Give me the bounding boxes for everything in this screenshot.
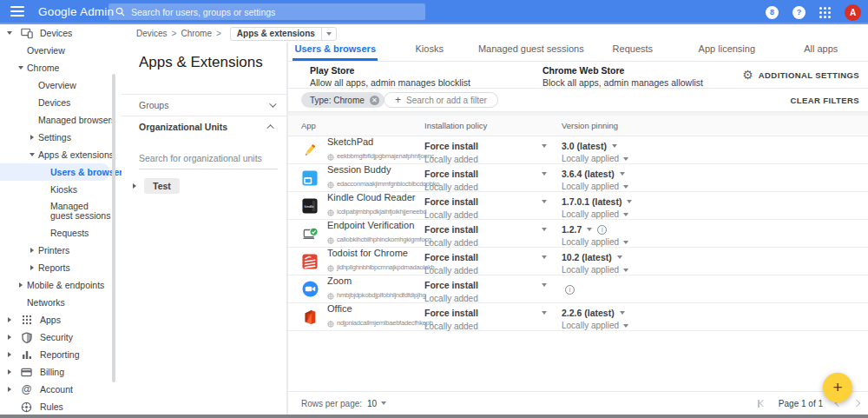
tab-label: Managed guest sessions <box>477 43 586 61</box>
breadcrumb-link-devices[interactable]: Devices <box>136 29 168 38</box>
play-store-setting[interactable]: Play Store Allow all apps, admin manages… <box>310 65 470 88</box>
next-page-button[interactable] <box>853 400 860 407</box>
sidebar-scrollbar[interactable] <box>112 74 115 382</box>
filter-chip-type-chrome[interactable]: Type: Chrome ✕ <box>301 92 385 108</box>
sidebar-item-printers[interactable]: Printers <box>0 242 122 259</box>
sidebar-item-devices[interactable]: Devices <box>0 94 122 111</box>
topbar: Google Admin 8 ? A <box>0 0 868 24</box>
add-filter-button[interactable]: + Search or add a filter <box>384 92 498 108</box>
add-app-fab[interactable]: + <box>823 373 852 402</box>
additional-settings-button[interactable]: ⚙ ADDITIONAL SETTINGS <box>742 69 859 81</box>
app-launcher-icon[interactable] <box>819 7 831 18</box>
version-value[interactable]: 2.2.6 (latest) <box>562 308 615 318</box>
org-unit-search[interactable] <box>139 149 278 169</box>
chevron-down-icon[interactable] <box>620 172 625 176</box>
version-value[interactable]: 3.6.4 (latest) <box>562 169 615 179</box>
chevron-down-icon[interactable] <box>620 311 625 315</box>
version-value[interactable]: 10.2 (latest) <box>562 252 612 262</box>
sidebar-item-overview[interactable]: Overview <box>0 76 122 94</box>
chevron-down-icon[interactable] <box>542 200 547 203</box>
sidebar-item-billing[interactable]: Billing <box>0 363 122 381</box>
avatar[interactable]: A <box>845 4 861 21</box>
sidebar-item-chrome[interactable]: Chrome <box>0 59 122 76</box>
groups-section-toggle[interactable]: Groups <box>122 95 286 116</box>
notifications-icon[interactable]: 8 <box>766 6 779 19</box>
installation-policy-cell: Force installLocally added <box>424 248 562 275</box>
chevron-down-icon[interactable] <box>627 200 632 203</box>
sidebar-item-requests[interactable]: Requests <box>0 224 122 242</box>
info-icon[interactable]: i <box>597 225 607 235</box>
sidebar: DevicesOverviewChromeOverviewDevicesMana… <box>0 24 122 415</box>
version-apply-mode[interactable]: Locally applied <box>562 321 619 330</box>
app-cell: Endpoint Verificationcallobklhcbilhphinc… <box>301 220 424 247</box>
sidebar-item-reports[interactable]: Reports <box>0 259 122 276</box>
version-apply-mode[interactable]: Locally applied <box>562 154 619 163</box>
version-apply-mode[interactable]: Locally applied <box>562 237 619 247</box>
rows-per-page-select[interactable]: 10 <box>367 399 386 408</box>
org-unit-item-test[interactable]: Test <box>130 178 286 194</box>
office-icon <box>301 309 319 326</box>
sidebar-item-account[interactable]: @Account <box>0 381 122 398</box>
tab-managed-guest-sessions[interactable]: Managed guest sessions <box>477 42 586 61</box>
sidebar-item-rules[interactable]: Rules <box>0 398 122 415</box>
tab-app-licensing[interactable]: App licensing <box>680 42 773 61</box>
sidebar-item-apps[interactable]: Apps <box>0 311 122 328</box>
sidebar-item-managed-browsers[interactable]: Managed browsers <box>0 111 122 129</box>
org-unit-search-input[interactable] <box>139 153 278 163</box>
remove-filter-icon[interactable]: ✕ <box>370 96 379 105</box>
globe-icon <box>327 315 334 331</box>
chevron-down-icon[interactable] <box>542 144 547 148</box>
tab-requests[interactable]: Requests <box>586 42 680 61</box>
chevron-down-icon[interactable] <box>542 228 547 231</box>
sidebar-item-apps-extensions[interactable]: Apps & extensions <box>0 146 122 163</box>
sidebar-item-overview[interactable]: Overview <box>0 42 122 59</box>
version-value[interactable]: 3.0 (latest) <box>562 141 607 151</box>
tab-users-browsers[interactable]: Users & browsers <box>288 42 382 61</box>
sidebar-item-kiosks[interactable]: Kiosks <box>0 181 122 198</box>
chevron-down-icon[interactable] <box>623 157 628 161</box>
clear-filters-button[interactable]: CLEAR FILTERS <box>791 96 859 105</box>
app-table: SketchPadeekbbmgfbfldjpgbmajenafphnfjonn… <box>288 136 868 331</box>
store-settings: Play Store Allow all apps, admin manages… <box>288 62 868 89</box>
chevron-down-icon[interactable] <box>542 283 547 287</box>
chevron-down-icon[interactable] <box>623 324 628 328</box>
org-units-section-toggle[interactable]: Organizational Units <box>122 116 286 137</box>
play-store-desc: Allow all apps, admin manages blocklist <box>310 77 470 88</box>
sidebar-item-users-browsers[interactable]: Users & browsers <box>0 163 110 181</box>
sidebar-item-managed-guest-sessions[interactable]: Managed guest sessions <box>0 198 122 224</box>
info-icon[interactable]: i <box>565 285 575 295</box>
version-value[interactable]: 1.2.7 <box>562 224 582 235</box>
sidebar-item-networks[interactable]: Networks <box>0 294 122 311</box>
sidebar-item-mobile-endpoints[interactable]: Mobile & endpoints <box>0 276 122 294</box>
tab-all-apps[interactable]: All apps <box>774 42 868 61</box>
first-page-button[interactable] <box>758 400 766 408</box>
chevron-down-icon[interactable] <box>623 213 628 216</box>
search-input[interactable] <box>131 7 418 17</box>
admin-search[interactable] <box>108 3 425 20</box>
version-value[interactable]: 1.7.0.1 (latest) <box>562 196 621 207</box>
version-apply-mode[interactable]: Locally applied <box>562 209 619 219</box>
chevron-down-icon[interactable] <box>587 228 592 231</box>
chevron-down-icon[interactable] <box>617 255 622 259</box>
sidebar-item-devices[interactable]: Devices <box>0 24 122 42</box>
help-icon[interactable]: ? <box>792 6 806 19</box>
chevron-down-icon[interactable] <box>542 172 547 176</box>
sidebar-item-label: Printers <box>38 245 69 255</box>
version-apply-mode[interactable]: Locally applied <box>562 265 619 275</box>
version-apply-mode[interactable]: Locally applied <box>562 182 619 191</box>
breadcrumb-current-dropdown[interactable]: Apps & extensions <box>230 27 337 41</box>
menu-icon[interactable] <box>10 6 24 17</box>
chevron-down-icon[interactable] <box>542 311 547 315</box>
chevron-down-icon[interactable] <box>623 241 628 244</box>
chevron-down-icon[interactable] <box>612 144 617 148</box>
sidebar-item-security[interactable]: Security <box>0 328 122 346</box>
svg-text:kindle: kindle <box>305 204 314 209</box>
tab-kiosks[interactable]: Kiosks <box>382 42 476 61</box>
breadcrumb-link-chrome[interactable]: Chrome <box>181 29 212 38</box>
chevron-down-icon[interactable] <box>542 255 547 259</box>
chrome-web-store-setting[interactable]: Chrome Web Store Block all apps, admin m… <box>542 65 703 88</box>
chevron-down-icon[interactable] <box>623 269 628 272</box>
sidebar-item-settings[interactable]: Settings <box>0 129 122 146</box>
chevron-down-icon[interactable] <box>623 185 628 189</box>
sidebar-item-reporting[interactable]: Reporting <box>0 346 122 363</box>
